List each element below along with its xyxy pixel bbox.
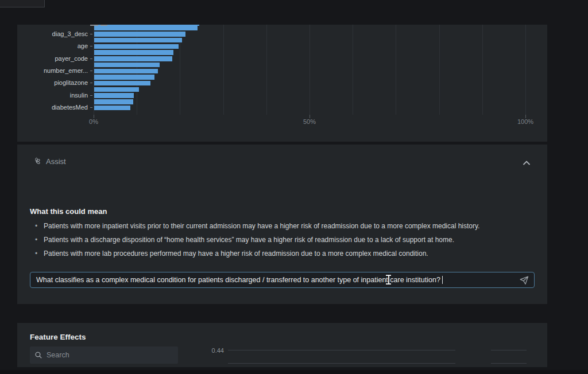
assist-section-heading: What this could mean — [30, 207, 107, 216]
send-icon — [519, 275, 529, 285]
feature-impact-bar — [94, 87, 139, 92]
feature-impact-bar — [94, 44, 179, 49]
effects-gridline — [491, 363, 527, 364]
chart-gridline — [439, 25, 440, 115]
effects-gridline — [228, 350, 455, 350]
clipped-top-bar — [94, 25, 199, 26]
effects-y-axis-value: 0.44 — [195, 347, 224, 354]
feature-impact-label: insulin — [20, 92, 88, 99]
feature-impact-bar — [94, 56, 172, 61]
search-icon — [34, 351, 42, 359]
assist-bullet: Patients with a discharge disposition of… — [30, 233, 524, 247]
feature-impact-bar — [94, 50, 173, 55]
assist-question-text: What classifies as a complex medical con… — [36, 276, 440, 284]
feature-impact-label: payer_code — [20, 55, 88, 62]
axis-tick-label: 0% — [89, 118, 98, 125]
feature-impact-bar — [94, 26, 198, 31]
assist-panel: Assist What this could mean Patients wit… — [17, 145, 547, 304]
chart-gridline — [482, 25, 483, 115]
effects-gridline — [228, 363, 455, 364]
feature-impact-label: pioglitazone — [20, 79, 88, 86]
assist-question-input[interactable]: What classifies as a complex medical con… — [30, 272, 535, 288]
feature-impact-bar — [94, 63, 160, 68]
chart-gridline — [223, 25, 224, 115]
row-tick — [90, 59, 92, 59]
browser-artifact — [0, 0, 45, 7]
chart-gridline — [525, 25, 526, 115]
feature-impact-bar — [94, 75, 154, 80]
chevron-up-icon — [522, 159, 531, 166]
feature-impact-plot: diag_3_descagepayer_codenumber_emer...pi… — [17, 25, 547, 142]
row-tick — [90, 46, 92, 46]
feature-impact-bar — [94, 99, 133, 104]
row-tick — [90, 71, 92, 71]
feature-impact-label: age — [20, 42, 88, 49]
feature-impact-bar — [94, 93, 134, 98]
collapse-assist-button[interactable] — [522, 158, 532, 166]
feature-impact-label: diabetesMed — [20, 104, 88, 111]
chart-gridline — [310, 25, 310, 115]
assist-bullet: Patients with more inpatient visits prio… — [30, 219, 524, 233]
openai-logo-icon — [32, 157, 41, 166]
assist-title: Assist — [46, 157, 66, 166]
effects-gridline — [491, 350, 527, 350]
chart-gridline — [353, 25, 353, 115]
search-input[interactable] — [47, 351, 173, 359]
feature-impact-bar — [94, 106, 130, 111]
clipped-label-remnant — [100, 25, 107, 26]
mouse-ibeam-cursor — [386, 275, 391, 285]
row-tick — [90, 34, 92, 34]
chart-gridline — [396, 25, 396, 115]
feature-effects-panel: Feature Effects 0.44 — [17, 323, 547, 367]
feature-impact-label: diag_3_desc — [20, 30, 88, 37]
assist-bullet-list: Patients with more inpatient visits prio… — [30, 219, 524, 260]
feature-effects-search[interactable] — [30, 346, 178, 364]
row-tick — [90, 95, 92, 96]
assist-bullet: Patients with more lab procedures perfor… — [30, 247, 524, 260]
axis-tick-label: 50% — [303, 118, 316, 125]
assist-header: Assist — [32, 157, 66, 166]
feature-effects-heading: Feature Effects — [30, 333, 86, 341]
text-caret — [442, 276, 443, 284]
clipped-label-remnant — [90, 25, 98, 26]
feature-impact-bar — [94, 81, 150, 86]
row-tick — [90, 83, 92, 83]
feature-impact-bar — [94, 32, 185, 37]
axis-tick-label: 100% — [517, 118, 533, 125]
feature-impact-bar — [94, 38, 182, 43]
feature-impact-bar — [94, 69, 158, 74]
row-tick — [90, 107, 92, 108]
feature-impact-label: number_emer... — [20, 67, 88, 74]
chart-gridline — [266, 25, 267, 115]
bottom-edge-strip — [0, 370, 588, 374]
feature-impact-panel: diag_3_descagepayer_codenumber_emer...pi… — [17, 25, 547, 142]
send-button[interactable] — [519, 275, 529, 285]
